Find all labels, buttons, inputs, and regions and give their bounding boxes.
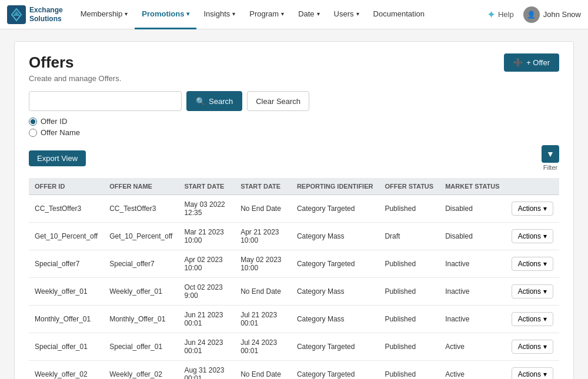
cell-start-date: Jun 21 2023 00:01 (178, 306, 235, 333)
actions-caret-icon: ▾ (543, 232, 547, 240)
table-row: Get_10_Percent_off Get_10_Percent_off Ma… (29, 223, 559, 250)
cell-offer-status: Draft (379, 223, 439, 250)
avatar-icon: 👤 (527, 11, 536, 19)
toolbar-row: Export View ▼ Filter (29, 145, 559, 171)
cell-offer-status: Published (379, 195, 439, 223)
cell-offer-id: Weekly_offer_02 (29, 361, 103, 380)
col-offer-name: OFFER NAME (103, 178, 178, 195)
table-row: CC_TestOffer3 CC_TestOffer3 May 03 2022 … (29, 195, 559, 223)
page-title: Offers (29, 53, 121, 72)
actions-caret-icon: ▾ (543, 315, 547, 323)
col-market-status: MARKET STATUS (439, 178, 505, 195)
search-by-radio-group: Offer ID Offer Name (29, 117, 559, 137)
cell-offer-status: Published (379, 333, 439, 361)
actions-button[interactable]: Actions ▾ (512, 367, 553, 379)
actions-caret-icon: ▾ (543, 287, 547, 296)
page-subtitle: Create and manage Offers. (29, 74, 121, 83)
cell-market-status: Active (439, 361, 505, 380)
cell-market-status: Inactive (439, 306, 505, 333)
nav-item-membership[interactable]: Membership▾ (74, 0, 135, 29)
nav-item-insights[interactable]: Insights▾ (196, 0, 242, 29)
col-actions (506, 178, 559, 195)
cell-offer-status: Published (379, 278, 439, 306)
cell-offer-name: CC_TestOffer3 (103, 195, 178, 223)
nav-item-program[interactable]: Program▾ (242, 0, 291, 29)
search-button[interactable]: 🔍 Search (186, 91, 242, 111)
table-row: Weekly_offer_02 Weekly_offer_02 Aug 31 2… (29, 361, 559, 380)
cell-end-date: No End Date (235, 278, 291, 306)
cell-reporting-identifier: Category Mass (291, 278, 379, 306)
cell-offer-name: Monthly_Offer_01 (103, 306, 178, 333)
actions-button[interactable]: Actions ▾ (512, 284, 553, 298)
cell-start-date: Jun 24 2023 00:01 (178, 333, 235, 361)
actions-button[interactable]: Actions ▾ (512, 312, 553, 326)
cell-offer-id: Get_10_Percent_off (29, 223, 103, 250)
filter-button[interactable]: ▼ Filter (542, 145, 559, 171)
cell-offer-name: Weekly_offer_01 (103, 278, 178, 306)
cell-market-status: Active (439, 333, 505, 361)
cell-offer-id: Weekly_offer_01 (29, 278, 103, 306)
col-offer-id: OFFER ID (29, 178, 103, 195)
cell-actions: Actions ▾ (506, 195, 559, 223)
radio-offer-name[interactable]: Offer Name (29, 128, 559, 137)
actions-label: Actions (518, 260, 541, 268)
nav-items: Membership▾ Promotions▾ Insights▾ Progra… (74, 0, 487, 29)
cell-end-date: Jul 21 2023 00:01 (235, 306, 291, 333)
cell-reporting-identifier: Category Mass (291, 306, 379, 333)
nav-item-users[interactable]: Users▾ (327, 0, 366, 29)
radio-offer-id[interactable]: Offer ID (29, 117, 559, 126)
cell-market-status: Inactive (439, 250, 505, 278)
actions-button[interactable]: Actions ▾ (512, 257, 553, 271)
col-end-date: START DATE (235, 178, 291, 195)
cell-actions: Actions ▾ (506, 333, 559, 361)
table-row: Weekly_offer_01 Weekly_offer_01 Oct 02 2… (29, 278, 559, 306)
cell-offer-name: Get_10_Percent_off (103, 223, 178, 250)
cell-offer-id: Special_offer_01 (29, 333, 103, 361)
nav-item-documentation[interactable]: Documentation (366, 0, 432, 29)
help-button[interactable]: ✦ Help (487, 8, 514, 21)
add-offer-button[interactable]: ➕ + Offer (504, 53, 559, 72)
actions-button[interactable]: Actions ▾ (512, 229, 553, 243)
cell-offer-id: Special_offer7 (29, 250, 103, 278)
export-view-button[interactable]: Export View (29, 150, 86, 166)
actions-caret-icon: ▾ (543, 260, 547, 268)
nav-item-date[interactable]: Date▾ (291, 0, 326, 29)
cell-reporting-identifier: Category Targeted (291, 361, 379, 380)
page-header-left: Offers Create and manage Offers. (29, 53, 121, 83)
user-menu[interactable]: 👤 John Snow (523, 6, 581, 23)
actions-label: Actions (518, 370, 541, 378)
radio-offer-id-input[interactable] (29, 118, 37, 126)
cell-end-date: Apr 21 2023 10:00 (235, 223, 291, 250)
search-row: 🔍 Search Clear Search (29, 91, 559, 111)
actions-label: Actions (518, 315, 541, 323)
col-start-date: START DATE (178, 178, 235, 195)
navbar: Exchange Solutions Membership▾ Promotion… (0, 0, 588, 29)
search-input[interactable] (29, 91, 182, 111)
plus-icon: ➕ (513, 58, 523, 67)
actions-caret-icon: ▾ (543, 343, 547, 351)
cell-offer-name: Weekly_offer_02 (103, 361, 178, 380)
actions-button[interactable]: Actions ▾ (512, 340, 553, 354)
cell-offer-name: Special_offer_01 (103, 333, 178, 361)
nav-right: ✦ Help 👤 John Snow (487, 6, 581, 23)
cell-reporting-identifier: Category Targeted (291, 250, 379, 278)
cell-actions: Actions ▾ (506, 361, 559, 380)
cell-offer-status: Published (379, 361, 439, 380)
cell-market-status: Disabled (439, 195, 505, 223)
cell-actions: Actions ▾ (506, 306, 559, 333)
radio-offer-name-input[interactable] (29, 129, 37, 137)
cell-reporting-identifier: Category Targeted (291, 195, 379, 223)
cell-start-date: Aug 31 2023 00:01 (178, 361, 235, 380)
cell-end-date: No End Date (235, 361, 291, 380)
clear-search-button[interactable]: Clear Search (247, 91, 309, 111)
cell-end-date: Jul 24 2023 00:01 (235, 333, 291, 361)
actions-button[interactable]: Actions ▾ (512, 202, 553, 216)
cell-offer-name: Special_offer7 (103, 250, 178, 278)
actions-label: Actions (518, 204, 541, 213)
brand-logo[interactable]: Exchange Solutions (7, 5, 63, 24)
table-body: CC_TestOffer3 CC_TestOffer3 May 03 2022 … (29, 195, 559, 380)
nav-item-promotions[interactable]: Promotions▾ (135, 0, 196, 29)
page-header: Offers Create and manage Offers. ➕ + Off… (29, 53, 559, 83)
cell-offer-status: Published (379, 306, 439, 333)
cell-market-status: Disabled (439, 223, 505, 250)
